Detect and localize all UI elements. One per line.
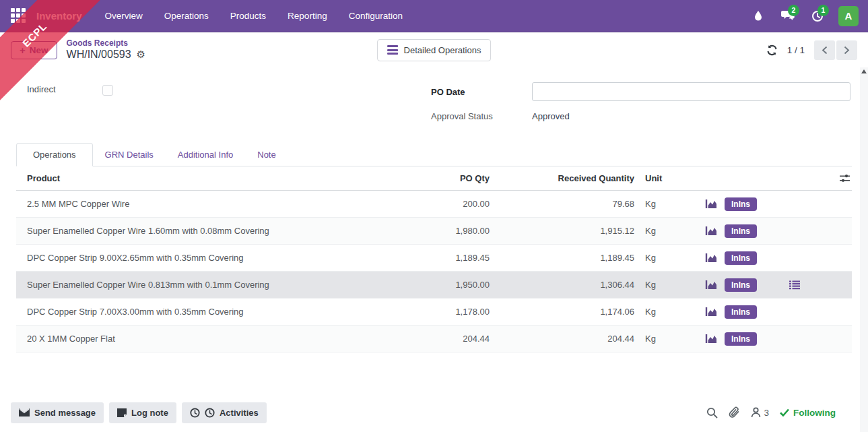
menu-products[interactable]: Products bbox=[220, 0, 277, 32]
operations-table: Product PO Qty Received Quantity Unit 2.… bbox=[16, 166, 852, 352]
table-row[interactable]: Super Enamelled Copper Wire 1.60mm with … bbox=[16, 218, 852, 245]
following-label: Following bbox=[793, 408, 836, 418]
search-icon[interactable] bbox=[706, 407, 718, 419]
top-navbar: Inventory Overview Operations Products R… bbox=[0, 0, 868, 32]
po-qty-cell[interactable]: 204.44 bbox=[407, 334, 495, 344]
table-row[interactable]: DPC Copper Strip 7.00X3.00mm with 0.35mm… bbox=[16, 299, 852, 326]
pager-next-button[interactable] bbox=[836, 40, 857, 60]
product-cell[interactable]: 20 X 1MM Copper Flat bbox=[16, 334, 407, 344]
form-fields: Indirect PO Date Approval Status Approve… bbox=[0, 67, 868, 142]
area-chart-icon[interactable] bbox=[705, 226, 718, 237]
table-row[interactable]: 2.5 MM MPC Copper Wire 200.00 79.68 Kg I… bbox=[16, 191, 852, 218]
inins-button[interactable]: InIns bbox=[725, 224, 757, 238]
received-qty-cell[interactable]: 1,174.06 bbox=[495, 307, 640, 317]
header-unit: Unit bbox=[640, 173, 697, 183]
unit-cell[interactable]: Kg bbox=[640, 226, 697, 236]
product-cell[interactable]: DPC Copper Strip 7.00X3.00mm with 0.35mm… bbox=[16, 307, 407, 317]
menu-configuration[interactable]: Configuration bbox=[338, 0, 413, 32]
po-qty-cell[interactable]: 1,950.00 bbox=[407, 280, 495, 290]
inventory-app-window: Inventory Overview Operations Products R… bbox=[0, 0, 868, 432]
inins-button[interactable]: InIns bbox=[725, 332, 757, 346]
product-cell[interactable]: DPC Copper Strip 9.00X2.65mm with 0.35mm… bbox=[16, 253, 407, 263]
optional-columns-icon[interactable] bbox=[825, 173, 852, 183]
gear-icon[interactable]: ⚙ bbox=[137, 49, 145, 60]
header-product: Product bbox=[16, 173, 407, 183]
attachment-icon[interactable] bbox=[729, 406, 740, 419]
po-qty-cell[interactable]: 1,189.45 bbox=[407, 253, 495, 263]
table-row[interactable]: DPC Copper Strip 9.00X2.65mm with 0.35mm… bbox=[16, 245, 852, 272]
followers-counter[interactable]: 3 bbox=[751, 407, 769, 418]
activity-clock-icon[interactable]: 1 bbox=[806, 5, 829, 28]
pager-previous-button[interactable] bbox=[814, 40, 835, 60]
inins-button[interactable]: InIns bbox=[725, 278, 757, 292]
received-qty-cell[interactable]: 204.44 bbox=[495, 334, 640, 344]
log-note-button[interactable]: Log note bbox=[109, 402, 176, 423]
person-icon bbox=[751, 407, 761, 418]
droplet-icon[interactable] bbox=[747, 5, 770, 28]
product-cell[interactable]: Super Enamelled Copper Wire 1.60mm with … bbox=[16, 226, 407, 236]
record-name: WH/IN/00593 bbox=[67, 49, 131, 61]
product-cell[interactable]: 2.5 MM MPC Copper Wire bbox=[16, 199, 407, 209]
approval-status-label: Approval Status bbox=[431, 111, 532, 121]
notebook-tabs: Operations GRN Details Additional Info N… bbox=[16, 142, 852, 166]
inins-button[interactable]: InIns bbox=[725, 197, 757, 211]
inins-button[interactable]: InIns bbox=[725, 251, 757, 265]
approval-status-value: Approved bbox=[532, 111, 570, 121]
tab-note[interactable]: Note bbox=[245, 144, 288, 166]
new-button[interactable]: + New bbox=[11, 41, 57, 59]
list-menu-icon bbox=[387, 45, 398, 55]
area-chart-icon[interactable] bbox=[705, 334, 718, 344]
refresh-icon[interactable] bbox=[766, 44, 778, 56]
pager-value[interactable]: 1 / 1 bbox=[787, 45, 805, 55]
activities-button[interactable]: Activities bbox=[182, 402, 267, 423]
received-qty-cell[interactable]: 1,306.44 bbox=[495, 280, 640, 290]
area-chart-icon[interactable] bbox=[705, 280, 718, 290]
apps-menu-icon[interactable] bbox=[11, 8, 27, 24]
unit-cell[interactable]: Kg bbox=[640, 199, 697, 209]
tab-operations[interactable]: Operations bbox=[16, 143, 93, 166]
chevron-left-icon bbox=[822, 46, 828, 55]
activities-badge: 1 bbox=[817, 5, 829, 16]
user-avatar[interactable]: A bbox=[838, 6, 859, 26]
menu-reporting[interactable]: Reporting bbox=[277, 0, 338, 32]
menu-operations[interactable]: Operations bbox=[154, 0, 220, 32]
chevron-right-icon bbox=[844, 46, 850, 55]
breadcrumb: Goods Receipts WH/IN/00593 ⚙ bbox=[67, 39, 146, 61]
systray: 2 1 A bbox=[747, 5, 860, 28]
messages-icon[interactable]: 2 bbox=[776, 5, 799, 28]
po-date-input[interactable] bbox=[532, 82, 850, 101]
unit-cell[interactable]: Kg bbox=[640, 280, 697, 290]
tab-grn-details[interactable]: GRN Details bbox=[93, 144, 166, 166]
indirect-checkbox[interactable] bbox=[102, 85, 113, 96]
received-qty-cell[interactable]: 1,189.45 bbox=[495, 253, 640, 263]
followers-count: 3 bbox=[764, 408, 769, 418]
area-chart-icon[interactable] bbox=[705, 199, 718, 210]
unit-cell[interactable]: Kg bbox=[640, 307, 697, 317]
detailed-lines-list-icon[interactable] bbox=[789, 280, 800, 290]
following-toggle[interactable]: Following bbox=[780, 408, 836, 418]
received-qty-cell[interactable]: 79.68 bbox=[495, 199, 640, 209]
detailed-operations-button[interactable]: Detailed Operations bbox=[377, 39, 492, 61]
tab-additional-info[interactable]: Additional Info bbox=[166, 144, 245, 166]
pager-area: 1 / 1 bbox=[766, 40, 857, 60]
product-cell[interactable]: Super Enamelled Copper Wire 0.813mm with… bbox=[16, 280, 407, 290]
detailed-operations-label: Detailed Operations bbox=[404, 45, 481, 55]
area-chart-icon[interactable] bbox=[705, 307, 718, 317]
po-qty-cell[interactable]: 200.00 bbox=[407, 199, 495, 209]
activities-label: Activities bbox=[220, 408, 259, 418]
table-row[interactable]: 20 X 1MM Copper Flat 204.44 204.44 Kg In… bbox=[16, 326, 852, 352]
area-chart-icon[interactable] bbox=[705, 253, 718, 264]
table-row-selected[interactable]: Super Enamelled Copper Wire 0.813mm with… bbox=[16, 272, 852, 299]
breadcrumb-parent-link[interactable]: Goods Receipts bbox=[67, 39, 146, 49]
inins-button[interactable]: InIns bbox=[725, 305, 757, 319]
messages-badge: 2 bbox=[788, 5, 799, 16]
received-qty-cell[interactable]: 1,915.12 bbox=[495, 226, 640, 236]
unit-cell[interactable]: Kg bbox=[640, 334, 697, 344]
app-name[interactable]: Inventory bbox=[36, 10, 82, 22]
po-qty-cell[interactable]: 1,178.00 bbox=[407, 307, 495, 317]
vertical-scrollbar[interactable] bbox=[860, 67, 868, 432]
po-qty-cell[interactable]: 1,980.00 bbox=[407, 226, 495, 236]
menu-overview[interactable]: Overview bbox=[94, 0, 154, 32]
unit-cell[interactable]: Kg bbox=[640, 253, 697, 263]
send-message-button[interactable]: Send message bbox=[11, 402, 104, 423]
